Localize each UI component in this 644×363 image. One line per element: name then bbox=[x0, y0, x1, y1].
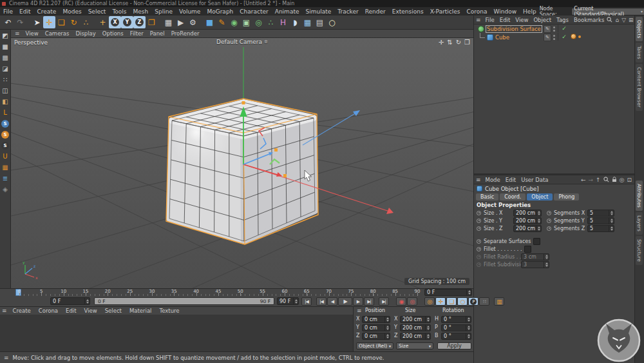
enabled-check-icon[interactable]: ✓ bbox=[558, 33, 568, 41]
add-spline-button[interactable]: ✎ bbox=[216, 16, 228, 28]
tab-coord-[interactable]: Coord. bbox=[500, 193, 526, 201]
material-menu-select[interactable]: Select bbox=[101, 308, 126, 314]
side-tab-takes[interactable]: Takes bbox=[636, 43, 643, 63]
coord-size-select[interactable]: Size▾ bbox=[396, 342, 433, 349]
quantizing-button[interactable]: ▦ bbox=[1, 162, 10, 172]
object-manager-menu-object[interactable]: Object bbox=[531, 17, 554, 23]
anim-dot-icon[interactable] bbox=[477, 239, 481, 244]
menu-tracker[interactable]: Tracker bbox=[334, 8, 361, 15]
menu-x-particles[interactable]: X-Particles bbox=[427, 8, 464, 15]
cube-icon[interactable] bbox=[487, 34, 493, 41]
object-manager-menu-tags[interactable]: Tags bbox=[554, 17, 571, 23]
hamburger-icon[interactable]: ≡ bbox=[474, 177, 483, 183]
segments-x-field[interactable]: 5 bbox=[587, 210, 614, 217]
segments-y-field[interactable]: 5 bbox=[587, 217, 614, 224]
object-manager-menu-edit[interactable]: Edit bbox=[497, 17, 513, 23]
back-icon[interactable]: ← bbox=[581, 177, 586, 183]
goto-prev-key-button[interactable]: |◀ bbox=[316, 297, 327, 306]
position-y-field[interactable]: 0 cm bbox=[362, 324, 390, 331]
search-icon[interactable] bbox=[603, 177, 609, 182]
add-volume-button[interactable]: ▣ bbox=[240, 16, 252, 28]
menu-corona[interactable]: Corona bbox=[464, 8, 491, 15]
coordinate-system-button[interactable]: ❐ bbox=[146, 16, 158, 28]
workplane-button[interactable]: ≣ bbox=[1, 173, 10, 183]
hamburger-icon[interactable]: ≡ bbox=[474, 17, 483, 23]
up-icon[interactable]: ↑ bbox=[596, 177, 601, 183]
coord-mode-select[interactable]: Object (Rel)▾ bbox=[356, 342, 393, 349]
scale-tool-button[interactable]: ❏ bbox=[55, 16, 68, 28]
menu-spline[interactable]: Spline bbox=[151, 8, 176, 15]
rotation-b-field[interactable]: 0 ° bbox=[441, 333, 471, 340]
phong-tag-icon[interactable] bbox=[571, 34, 576, 39]
polygons-mode-button[interactable]: ◧ bbox=[1, 97, 10, 106]
stepper[interactable] bbox=[536, 210, 541, 216]
anim-dot-icon[interactable] bbox=[477, 226, 481, 231]
current-frame-field[interactable]: 0 F bbox=[50, 297, 90, 305]
object-label[interactable]: Subdivision Surface bbox=[486, 26, 542, 32]
rotation-p-field[interactable]: 0 ° bbox=[441, 324, 471, 331]
size-y-field[interactable]: 200 cm bbox=[513, 217, 542, 224]
menu-select[interactable]: Select bbox=[85, 8, 109, 15]
home-icon[interactable]: ⌂ bbox=[615, 17, 619, 23]
axis-mode-button[interactable]: L bbox=[1, 108, 10, 117]
play-forward-button[interactable]: ▶ bbox=[338, 297, 352, 306]
pin-icon[interactable]: ◎ bbox=[620, 177, 625, 183]
size-z-field[interactable]: 200 cm bbox=[513, 225, 542, 232]
side-tab-objects[interactable]: Objects bbox=[636, 17, 643, 41]
menu-help[interactable]: Help bbox=[520, 8, 540, 15]
hamburger-icon[interactable]: ≡ bbox=[355, 308, 364, 314]
rotate-view-icon[interactable]: ↻ bbox=[456, 39, 461, 46]
add-subdivision-surface-button[interactable]: ◉ bbox=[228, 16, 240, 28]
stepper[interactable] bbox=[609, 218, 614, 224]
anim-dot-icon[interactable] bbox=[547, 219, 551, 223]
viewport-menu-prorender[interactable]: ProRender bbox=[168, 30, 203, 37]
add-camera-button[interactable]: ▤ bbox=[314, 16, 326, 28]
anim-dot-icon[interactable] bbox=[547, 211, 551, 215]
side-tab-layers[interactable]: Layers bbox=[636, 212, 643, 235]
add-hair-button[interactable]: ◗ bbox=[289, 16, 301, 28]
filter-icon[interactable]: ▽ bbox=[621, 17, 626, 23]
forward-icon[interactable]: → bbox=[589, 177, 594, 183]
stepper[interactable] bbox=[536, 218, 541, 224]
add-light-button[interactable]: ○ bbox=[326, 16, 338, 28]
stepper[interactable] bbox=[466, 289, 471, 295]
anim-dot-icon[interactable] bbox=[477, 247, 481, 251]
viewport-menu-cameras[interactable]: Cameras bbox=[42, 30, 73, 37]
viewport-menu-options[interactable]: Options bbox=[99, 30, 127, 37]
tree-row-cube[interactable]: Cube ✎ ✓ bbox=[474, 33, 634, 41]
menu-volume[interactable]: Volume bbox=[176, 8, 204, 15]
lock-y-axis-button[interactable]: Y bbox=[121, 16, 133, 28]
anim-dot-icon[interactable] bbox=[477, 219, 481, 223]
enabled-check-icon[interactable]: ✓ bbox=[558, 25, 568, 32]
autokeying-button[interactable]: ◎ bbox=[407, 297, 417, 306]
object-manager-menu-file[interactable]: File bbox=[483, 17, 497, 23]
goto-start-button[interactable]: |◀ bbox=[301, 297, 312, 306]
menu-render[interactable]: Render bbox=[362, 8, 389, 15]
size-x-field[interactable]: 200 cm bbox=[513, 210, 542, 217]
stepper[interactable] bbox=[293, 298, 298, 304]
anim-dot-icon[interactable] bbox=[477, 211, 481, 215]
zoom-view-icon[interactable]: ⇅ bbox=[447, 39, 452, 46]
tree-row-subdivision-surface[interactable]: Subdivision Surface ✎ ✓ bbox=[474, 25, 634, 33]
material-menu-view[interactable]: View bbox=[80, 308, 101, 314]
model-mode-button[interactable]: ■ bbox=[1, 42, 10, 52]
prev-frame-button[interactable]: ◀ bbox=[327, 297, 337, 306]
menu-character[interactable]: Character bbox=[236, 8, 271, 15]
viewport-menu-panel[interactable]: Panel bbox=[147, 30, 168, 37]
material-menu-texture[interactable]: Texture bbox=[155, 308, 183, 314]
redo-button[interactable]: ↷ bbox=[14, 16, 26, 28]
workplane-mode-button[interactable]: ◪ bbox=[1, 64, 10, 74]
attributes-menu-user-data[interactable]: User Data bbox=[518, 177, 551, 183]
edit-layer-icon[interactable]: ✎ bbox=[544, 25, 551, 33]
tab-phong[interactable]: Phong bbox=[554, 193, 579, 201]
side-tab-content-browser[interactable]: Content Browser bbox=[636, 64, 643, 111]
rotation-h-field[interactable]: 0 ° bbox=[441, 316, 471, 323]
search-icon[interactable] bbox=[607, 17, 612, 23]
viewport-menu-filter[interactable]: Filter bbox=[127, 30, 147, 37]
menu-tools[interactable]: Tools bbox=[109, 8, 129, 15]
live-selection-button[interactable]: ➤ bbox=[31, 16, 43, 28]
view-label[interactable]: Perspective bbox=[14, 39, 48, 46]
separate-surfaces-checkbox[interactable] bbox=[533, 238, 540, 245]
visibility-dots[interactable] bbox=[553, 35, 555, 37]
side-tab-structure[interactable]: Structure bbox=[636, 236, 643, 265]
